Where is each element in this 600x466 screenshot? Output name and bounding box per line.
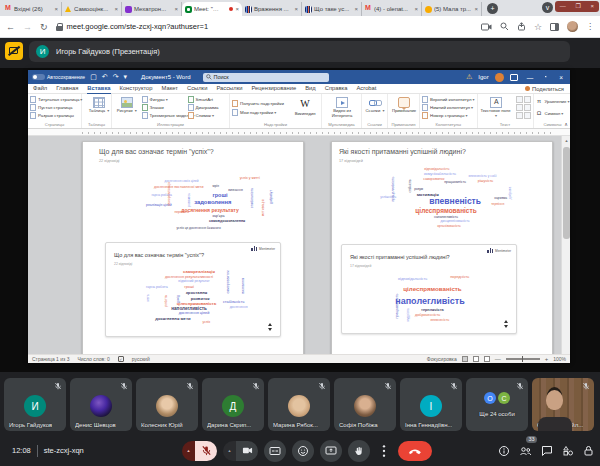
share-button[interactable]: Поделиться	[525, 86, 564, 92]
text-box-button[interactable]: Текстовое поле ▾	[480, 96, 512, 119]
equation-button[interactable]: πУравнение▾	[536, 98, 570, 104]
participant-tile[interactable]: Олена Михайл...	[532, 378, 594, 431]
mic-button-muted[interactable]: ▲	[182, 441, 217, 461]
spellcheck-icon[interactable]: ✓	[118, 356, 124, 362]
symbol-button[interactable]: ΩСимвол▾	[536, 110, 570, 116]
wordart-button[interactable]	[516, 96, 523, 103]
participant-tile[interactable]: И Игорь Гайдуков	[4, 378, 66, 431]
url-bar[interactable]: meet.google.com/ste-zcxj-xqn?authuser=1	[56, 20, 416, 34]
wikipedia-button[interactable]: Википедия	[291, 99, 319, 117]
cover-page-button[interactable]: Титульная страница▾	[30, 96, 79, 103]
activities-button[interactable]	[562, 445, 574, 457]
tab-close-icon[interactable]: ×	[354, 6, 358, 12]
icons-button[interactable]: Значки	[142, 104, 186, 111]
tab-close-icon[interactable]: ×	[474, 6, 478, 12]
word-search-box[interactable]: Поиск	[203, 73, 329, 82]
ribbon-tab[interactable]: Справка	[325, 84, 348, 94]
account-name[interactable]: Igor	[478, 74, 488, 80]
browser-tab[interactable]: Враження ... ×	[242, 2, 302, 16]
quick-access-caret-icon[interactable]: ▾	[124, 73, 128, 81]
browser-tab[interactable]: Самооцінк... ×	[62, 2, 122, 16]
participants-button[interactable]: 33	[519, 445, 532, 457]
participant-tile[interactable]: Софія Побіжа	[334, 378, 396, 431]
ribbon-display-icon[interactable]	[510, 74, 518, 81]
reload-button[interactable]: ↻	[40, 22, 48, 32]
account-avatar[interactable]	[495, 73, 504, 82]
tab-close-icon[interactable]: ×	[114, 6, 118, 12]
vertical-scrollbar[interactable]: ▲	[561, 136, 570, 354]
language-selector[interactable]: русский	[132, 356, 150, 362]
zoom-icon[interactable]	[500, 22, 509, 31]
url-text[interactable]: meet.google.com/ste-zcxj-xqn?authuser=1	[67, 22, 209, 31]
side-panel-icon[interactable]	[550, 23, 559, 31]
my-addins-button[interactable]: Мои надстройки▾	[232, 109, 289, 116]
shapes-button[interactable]: Фигуры▾	[142, 96, 186, 103]
browser-tab[interactable]: Вхідні (26) ×	[2, 2, 62, 16]
browser-tab[interactable]: Мехатрон... ×	[122, 2, 182, 16]
web-layout-icon[interactable]	[484, 356, 490, 362]
participant-tile[interactable]: Марина Рябок...	[268, 378, 330, 431]
meeting-details-button[interactable]	[498, 445, 510, 457]
tab-search-button[interactable]: v	[542, 2, 553, 13]
links-button[interactable]: Ссылки ▾	[364, 96, 386, 114]
tab-close-icon[interactable]: ×	[235, 6, 239, 12]
ribbon-tab[interactable]: Вставка	[87, 84, 110, 94]
print-layout-icon[interactable]	[473, 356, 479, 362]
raise-hand-button[interactable]	[348, 440, 370, 462]
comment-button[interactable]: Примечание	[390, 96, 418, 114]
camera-button[interactable]: ▲	[223, 441, 258, 461]
mic-options-chevron-icon[interactable]: ▲	[182, 441, 195, 461]
zoom-out-button[interactable]: —	[495, 356, 501, 362]
page-indicator[interactable]: Страница 1 из 3	[32, 356, 69, 362]
ribbon-tab[interactable]: Рецензирование	[251, 84, 296, 94]
table-button[interactable]: Таблица ▾	[84, 96, 114, 114]
participant-tile[interactable]: І Інна Геннадіївн...	[400, 378, 462, 431]
bookmark-star-icon[interactable]: ☆	[534, 22, 542, 32]
presenter-banner[interactable]: И Игорь Гайдуков (Презентація)	[29, 41, 570, 62]
expand-icon[interactable]	[267, 323, 273, 331]
get-addins-button[interactable]: Получить надстройки	[232, 100, 289, 107]
page-break-button[interactable]: Разрыв страницы	[30, 112, 79, 119]
participant-tile[interactable]: Д Дарина Скрип...	[202, 378, 264, 431]
zoom-in-button[interactable]: +	[545, 356, 549, 362]
new-tab-button[interactable]: +	[487, 3, 498, 14]
browser-tab[interactable]: (5) Мала тр... ×	[422, 2, 482, 16]
participant-tile[interactable]: Денис Шевцов	[70, 378, 132, 431]
chat-button[interactable]	[541, 445, 553, 457]
focus-mode-button[interactable]: Фокусировка	[427, 356, 457, 362]
browser-tab[interactable]: Meet: "… ×	[182, 2, 242, 16]
redo-icon[interactable]: ↷	[113, 73, 119, 81]
quickparts-button[interactable]	[524, 112, 531, 119]
footer-button[interactable]: Нижний колонтитул▾	[422, 104, 475, 111]
window-maximize-button[interactable]: ❐	[576, 1, 581, 12]
word-minimize-button[interactable]: —	[524, 74, 537, 81]
document-canvas[interactable]: Що для вас означає термін "успіх"? 22 ві…	[28, 136, 570, 354]
datetime-button[interactable]	[524, 104, 531, 111]
tab-close-icon[interactable]: ×	[54, 6, 58, 12]
object-button[interactable]	[516, 112, 523, 119]
ribbon-tab[interactable]: Рассылки	[216, 84, 242, 94]
browser-tab[interactable]: (4) - olenat... ×	[362, 2, 422, 16]
undo-icon[interactable]: ↶	[102, 73, 108, 81]
screenshot-button[interactable]: Снимок▾	[188, 112, 227, 119]
warning-icon[interactable]: ⚠	[466, 73, 472, 81]
scroll-up-icon[interactable]: ▲	[562, 136, 570, 145]
tab-close-icon[interactable]: ×	[414, 6, 418, 12]
pictures-button[interactable]: Рисунки ▾	[114, 96, 140, 119]
ribbon-tab[interactable]: Макет	[162, 84, 178, 94]
ribbon-tab[interactable]: Файл	[33, 84, 47, 94]
word-count[interactable]: Число слов: 0	[77, 356, 109, 362]
autosave-toggle[interactable]: Автосохранение	[32, 74, 85, 80]
tab-capture-icon[interactable]	[481, 23, 492, 31]
share-icon[interactable]	[517, 22, 526, 31]
reactions-button[interactable]	[292, 440, 314, 462]
tab-close-icon[interactable]: ×	[174, 6, 178, 12]
online-video-button[interactable]: Видео из Интернета	[324, 96, 360, 119]
forward-button[interactable]: →	[23, 22, 32, 32]
more-options-button[interactable]	[376, 440, 392, 462]
zoom-level[interactable]: 100%	[553, 356, 566, 362]
tab-close-icon[interactable]: ×	[294, 6, 298, 12]
participant-tile[interactable]: О С Ще 24 особи	[466, 378, 528, 431]
chart-button[interactable]: Диаграмма	[188, 104, 227, 111]
ribbon-tab[interactable]: Конструктор	[120, 84, 153, 94]
